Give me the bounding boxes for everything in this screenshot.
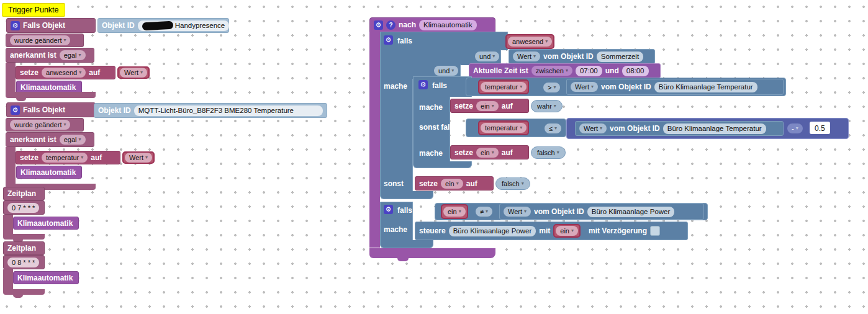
schedule1-header[interactable]: Zeitplan [3, 187, 45, 200]
wert-dropdown[interactable]: Wert▾ [504, 207, 531, 217]
trigger2-variable-dropdown[interactable]: temperatur▾ [42, 153, 88, 163]
trigger2-header[interactable]: ⚙ Falls Objekt [6, 102, 96, 117]
workspace-comment[interactable]: Trigger Punkte [2, 3, 65, 17]
wahr-bool-block[interactable]: wahr▾ [531, 100, 563, 112]
trigger1-header[interactable]: ⚙ Falls Objekt [6, 18, 96, 33]
function-spine [369, 32, 380, 248]
ein-dropdown[interactable]: ein▾ [556, 226, 578, 236]
schedule2-header[interactable]: Zeitplan [3, 241, 45, 255]
trigger1-objekt-id-block[interactable]: Objekt ID Handypresence [97, 18, 229, 33]
wert-dropdown[interactable]: Wert▾ [579, 123, 607, 133]
schedule1-spine [3, 215, 13, 235]
auf-label: auf [502, 148, 513, 157]
help-icon[interactable]: ? [386, 20, 396, 30]
sommerzeit-field[interactable]: Sommerzeit [597, 52, 643, 62]
aktuelle-zeit-block[interactable]: Aktuelle Zeit ist zwischen▾ 07:00 und 08… [469, 63, 661, 78]
gear-icon[interactable]: ⚙ [418, 80, 428, 89]
sonst-setze-ein-falsch-block[interactable]: setze ein▾ auf [415, 176, 494, 191]
falsch-bool-block[interactable]: falsch▾ [495, 177, 530, 190]
gear-icon[interactable]: ⚙ [384, 205, 393, 214]
dropdown-arrow-icon: ▾ [554, 104, 556, 109]
und-operator-dropdown[interactable]: und▾ [475, 52, 499, 61]
zwischen-dropdown[interactable]: zwischen▾ [531, 66, 572, 76]
trigger1-objekt-id-field[interactable]: Handypresence [138, 20, 230, 31]
trigger2-call-block[interactable]: Klimaautomatik [16, 166, 82, 179]
falls2-keyword: falls [432, 81, 447, 90]
steuere-block[interactable]: steuere Büro Klimaanlage Power mit ein▾ … [415, 222, 688, 240]
gear-icon[interactable]: ⚙ [374, 20, 383, 30]
trigger1-wert-block[interactable]: Wert▾ [117, 66, 150, 79]
setze-ein-wahr-block[interactable]: setze ein▾ auf [450, 99, 529, 113]
klima-temperatur-field[interactable]: Büro Klimaanlage Temperatur [663, 123, 766, 134]
le-operator-dropdown[interactable]: ≤▾ [545, 123, 561, 133]
gear-icon[interactable]: ⚙ [11, 105, 20, 115]
dropdown-arrow-icon: ▾ [522, 181, 524, 186]
dropdown-arrow-icon: ▾ [79, 70, 81, 75]
temperatur-variable-block[interactable]: temperatur▾ [478, 120, 529, 135]
gt-operator-dropdown[interactable]: >▾ [543, 83, 560, 92]
temperatur-dropdown[interactable]: temperatur▾ [481, 82, 527, 92]
schedule1-call-block[interactable]: Klimaautomatik [13, 217, 79, 230]
wert-sommerzeit-block[interactable]: Wert▾ vom Objekt ID Sommerzeit [509, 49, 655, 64]
ein-variable-block[interactable]: ein▾ [441, 204, 468, 219]
ein-variable-block[interactable]: ein▾ [553, 224, 581, 238]
gear-icon[interactable]: ⚙ [11, 21, 20, 30]
temperatur-dropdown[interactable]: temperatur▾ [481, 123, 527, 133]
klima-temperatur-field[interactable]: Büro Klimaanlage Temperatur [654, 82, 757, 92]
mit-verzoegerung-label: mit Verzögerung [589, 227, 647, 235]
trigger2-objekt-id-field[interactable]: MQTT-Licht-Büro_B8F2F3 BME280 Temperatur… [134, 105, 323, 116]
trigger2-onchange-dropdown[interactable]: wurde geändert▾ [10, 120, 70, 130]
setze-label: setze [20, 153, 38, 162]
gear-icon[interactable]: ⚙ [384, 35, 393, 45]
verzoegerung-checkbox[interactable] [650, 226, 660, 236]
dropdown-arrow-icon: ▾ [492, 104, 494, 109]
steuere-objekt-field[interactable]: Büro Klimaanlage Power [449, 226, 536, 236]
wert-dropdown[interactable]: Wert▾ [120, 68, 147, 78]
schedule1-cron-field[interactable]: 0 7 * * * [7, 203, 39, 213]
trigger2-setze-block[interactable]: setze temperatur▾ auf [16, 151, 120, 164]
wert-klima-temperatur-block[interactable]: Wert▾ vom Objekt ID Büro Klimaanlage Tem… [566, 79, 784, 95]
schedule2-call-block[interactable]: Klimaautomatik [13, 271, 79, 284]
anwesend-variable-block[interactable]: anwesend▾ [505, 34, 554, 49]
blockly-workspace[interactable]: Trigger Punkte ⚙ Falls Objekt Objekt ID … [0, 0, 868, 314]
trigger1-setze-block[interactable]: setze anwesend▾ auf [16, 66, 115, 79]
delta-number-field[interactable]: 0.5 [810, 122, 830, 134]
minus-operator-dropdown[interactable]: -▾ [787, 123, 803, 133]
trigger2-ack-dropdown[interactable]: egal▾ [60, 135, 86, 145]
trigger2-wert-block[interactable]: Wert▾ [122, 151, 155, 164]
schedule1-cron-row: 0 7 * * * [3, 200, 45, 215]
ein-dropdown[interactable]: ein▾ [443, 207, 466, 217]
dropdown-arrow-icon: ▾ [145, 155, 148, 160]
trigger1-variable-dropdown[interactable]: anwesend▾ [42, 68, 86, 78]
function-header[interactable]: ⚙ ? nach Klimaautomatik [369, 17, 495, 32]
dropdown-arrow-icon: ▾ [140, 70, 143, 75]
nach-label: nach [399, 20, 416, 29]
time-to-field[interactable]: 08:00 [622, 66, 649, 76]
trigger1-onchange-dropdown[interactable]: wurde geändert▾ [10, 35, 70, 45]
dropdown-arrow-icon: ▾ [571, 228, 574, 233]
dropdown-arrow-icon: ▾ [557, 150, 559, 155]
ein-dropdown[interactable]: ein▾ [476, 101, 499, 111]
trigger1-ack-dropdown[interactable]: egal▾ [60, 50, 86, 60]
trigger2-ack-row: anerkannt ist egal▾ [6, 132, 94, 147]
ein-dropdown[interactable]: ein▾ [476, 148, 499, 158]
wert-dropdown[interactable]: Wert▾ [571, 82, 598, 92]
setze-label: setze [419, 179, 438, 188]
anwesend-dropdown[interactable]: anwesend▾ [508, 37, 552, 47]
falsch-bool-block[interactable]: falsch▾ [531, 146, 566, 159]
schedule2-cron-field[interactable]: 0 8 * * * [7, 258, 39, 267]
setze-ein-falsch-block[interactable]: setze ein▾ auf [450, 145, 529, 159]
ein-dropdown[interactable]: ein▾ [441, 179, 463, 189]
time-from-field[interactable]: 07:00 [576, 66, 602, 76]
wert-dropdown[interactable]: Wert▾ [513, 52, 540, 61]
ne-operator-dropdown[interactable]: ≠▾ [476, 207, 492, 217]
wert-klima-temperatur-block[interactable]: Wert▾ vom Objekt ID Büro Klimaanlage Tem… [575, 121, 784, 136]
function-name-field[interactable]: Klimaautomatik [419, 20, 477, 30]
dropdown-arrow-icon: ▾ [451, 68, 454, 73]
trigger2-objekt-id-block[interactable]: Objekt ID MQTT-Licht-Büro_B8F2F3 BME280 … [94, 103, 327, 118]
wert-klima-power-block[interactable]: Wert▾ vom Objekt ID Büro Klimaanlage Pow… [499, 204, 704, 220]
klima-power-field[interactable]: Büro Klimaanlage Power [587, 207, 675, 217]
und-operator-dropdown[interactable]: und▾ [434, 66, 458, 76]
wert-dropdown[interactable]: Wert▾ [125, 153, 152, 163]
temperatur-variable-block[interactable]: temperatur▾ [478, 79, 529, 94]
